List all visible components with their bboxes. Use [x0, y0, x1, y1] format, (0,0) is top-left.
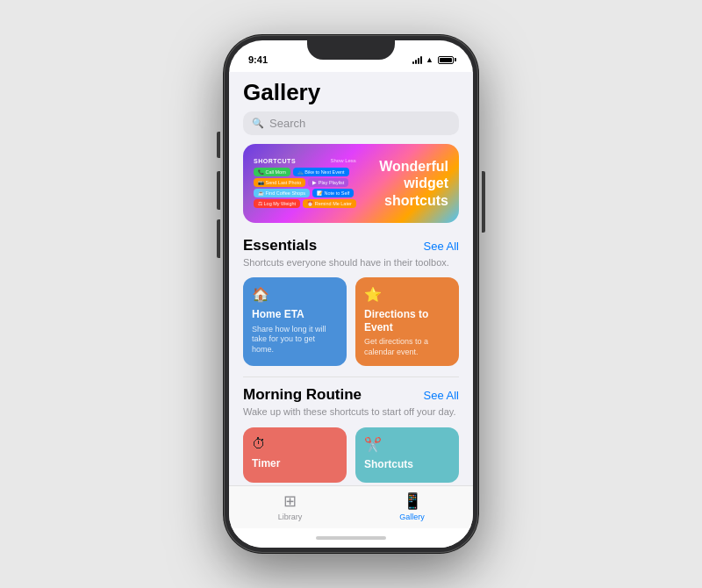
morning-see-all[interactable]: See All [424, 389, 459, 402]
signal-icon [412, 55, 422, 64]
home-eta-card[interactable]: 🏠 Home ETA Share how long it will take f… [243, 277, 347, 366]
wifi-icon: ▲ [426, 55, 433, 64]
hero-shortcuts-preview: SHORTCUTS Show Less 📞 Call Mom 🚲 Bike to… [254, 158, 356, 210]
battery-icon [438, 56, 454, 64]
directions-event-title: Directions to Event [364, 308, 450, 333]
show-less-link: Show Less [330, 158, 355, 163]
library-icon: ⊞ [283, 491, 297, 511]
morning-shortcuts-title: Shortcuts [364, 458, 450, 470]
search-icon: 🔍 [252, 118, 264, 129]
shortcut-pill: 📝 Note to Self [312, 189, 354, 197]
notch [307, 40, 395, 60]
hero-banner[interactable]: SHORTCUTS Show Less 📞 Call Mom 🚲 Bike to… [243, 144, 459, 223]
hero-title: Wonderful widget shortcuts [363, 158, 448, 209]
phone-screen: 9:41 ▲ Gallery 🔍 Search [229, 40, 473, 548]
status-time: 9:41 [248, 54, 268, 65]
shortcut-row-4: ⚖ Log My Weight ⏰ Remind Me Later [254, 199, 356, 208]
tab-library-label: Library [278, 513, 303, 521]
shortcut-pill: ▶ Play Playlist [308, 178, 348, 187]
search-placeholder: Search [269, 117, 305, 130]
morning-shortcuts-card[interactable]: ✂️ Shortcuts [355, 427, 459, 483]
tab-library[interactable]: ⊞ Library [229, 491, 351, 521]
shortcut-pill: ⚖ Log My Weight [254, 199, 300, 208]
screen-content[interactable]: Gallery 🔍 Search SHORTCUTS Show Less 📞 C… [229, 72, 473, 485]
directions-event-desc: Get directions to a calendar event. [364, 337, 450, 357]
morning-routine-title: Morning Routine [243, 386, 362, 404]
volume-up-button[interactable] [217, 171, 220, 210]
divider [243, 376, 459, 377]
section-morning-header: Morning Routine See All [243, 386, 459, 404]
morning-cards-row: ⏱ Timer ✂️ Shortcuts [243, 427, 459, 483]
timer-title: Timer [252, 457, 338, 470]
home-indicator [229, 528, 473, 548]
home-icon: 🏠 [252, 286, 338, 303]
status-icons: ▲ [412, 55, 454, 64]
essentials-see-all[interactable]: See All [424, 240, 459, 253]
timer-icon: ⏱ [252, 436, 338, 452]
shortcut-row-1: 📞 Call Mom 🚲 Bike to Next Event [254, 168, 356, 176]
scissors-icon: ✂️ [364, 436, 450, 453]
tab-bar: ⊞ Library 📱 Gallery [229, 485, 473, 528]
home-eta-title: Home ETA [252, 308, 338, 320]
shortcut-pill: 📞 Call Mom [254, 168, 290, 176]
gallery-icon: 📱 [403, 491, 422, 511]
essentials-subtitle: Shortcuts everyone should have in their … [243, 256, 459, 269]
section-essentials-header: Essentials See All [243, 237, 459, 255]
shortcut-row-2: 📷 Send Last Photo ▶ Play Playlist [254, 178, 356, 187]
home-eta-desc: Share how long it will take for you to g… [252, 325, 338, 355]
shortcut-pill: ⏰ Remind Me Later [303, 199, 356, 208]
mute-button[interactable] [217, 132, 220, 158]
section-morning-routine: Morning Routine See All Wake up with the… [229, 386, 473, 485]
section-essentials-title: Essentials [243, 237, 317, 255]
directions-event-card[interactable]: ⭐ Directions to Event Get directions to … [355, 277, 459, 366]
home-bar [316, 536, 386, 540]
shortcut-pill: 🚲 Bike to Next Event [293, 168, 349, 176]
section-essentials: Essentials See All Shortcuts everyone sh… [229, 237, 473, 376]
volume-down-button[interactable] [217, 219, 220, 258]
shortcut-pill: 📷 Send Last Photo [254, 178, 305, 187]
shortcut-pill: ☕ Find Coffee Shops [254, 189, 310, 197]
shortcut-row-3: ☕ Find Coffee Shops 📝 Note to Self [254, 189, 356, 197]
phone-frame: 9:41 ▲ Gallery 🔍 Search [224, 35, 478, 553]
tab-gallery-label: Gallery [399, 513, 425, 521]
tab-gallery[interactable]: 📱 Gallery [351, 491, 473, 521]
timer-card[interactable]: ⏱ Timer [243, 427, 347, 483]
shortcuts-mini-title: SHORTCUTS [254, 158, 296, 164]
star-icon: ⭐ [364, 286, 450, 303]
essentials-cards-row: 🏠 Home ETA Share how long it will take f… [243, 277, 459, 366]
search-bar[interactable]: 🔍 Search [243, 111, 459, 135]
morning-subtitle: Wake up with these shortcuts to start of… [243, 405, 459, 418]
hero-text: Wonderful widget shortcuts [363, 158, 448, 209]
page-title: Gallery [229, 72, 473, 111]
power-button[interactable] [482, 171, 485, 233]
